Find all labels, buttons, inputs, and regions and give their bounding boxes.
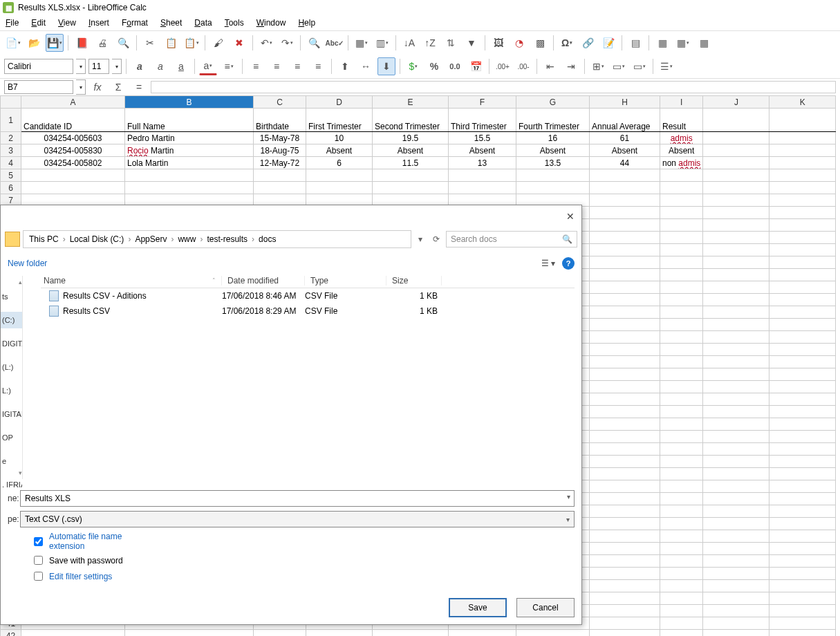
cell-J3[interactable] xyxy=(703,144,769,157)
cell-K11[interactable] xyxy=(769,244,836,256)
col-header-H[interactable]: H xyxy=(590,96,660,109)
sidebar-item[interactable]: L:) xyxy=(1,382,22,399)
menu-data[interactable]: Data xyxy=(194,18,212,28)
currency-button[interactable]: $ xyxy=(404,57,422,75)
col-header-K[interactable]: K xyxy=(769,96,836,109)
align-center-button[interactable]: ≡ xyxy=(268,57,286,75)
cell-G5[interactable] xyxy=(516,169,590,182)
cell-K28[interactable] xyxy=(769,456,836,468)
cell-I34[interactable] xyxy=(660,530,703,543)
cell-I5[interactable] xyxy=(660,169,703,182)
cell-G4[interactable]: 13.5 xyxy=(516,157,590,169)
cell-I33[interactable] xyxy=(660,518,703,530)
filetype-dropdown[interactable]: Text CSV (.csv) ▾ xyxy=(20,511,575,527)
breadcrumb-segment[interactable]: This PC xyxy=(29,234,59,244)
cell-I4[interactable]: non admis xyxy=(660,157,703,169)
cell-H6[interactable] xyxy=(590,182,660,194)
cell-H39[interactable] xyxy=(590,592,660,605)
cell-D2[interactable]: 10 xyxy=(306,132,373,144)
cell-H27[interactable] xyxy=(590,443,660,456)
cell-H16[interactable] xyxy=(590,306,660,319)
cell-J41[interactable] xyxy=(703,617,769,630)
cell-I35[interactable] xyxy=(660,543,703,555)
cell-I16[interactable] xyxy=(660,306,703,319)
cell-I19[interactable] xyxy=(660,344,703,356)
cell-K31[interactable] xyxy=(769,493,836,505)
cell-H18[interactable] xyxy=(590,331,660,344)
cell-K25[interactable] xyxy=(769,418,836,431)
cell-J6[interactable] xyxy=(703,182,769,194)
insert-pivot-button[interactable]: ▩ xyxy=(531,34,549,52)
cell-C1[interactable]: Birthdate xyxy=(254,109,306,132)
cell-J40[interactable] xyxy=(703,605,769,617)
cell-E5[interactable] xyxy=(373,169,449,182)
row-header-1[interactable]: 1 xyxy=(1,109,21,132)
cell-J23[interactable] xyxy=(703,393,769,406)
sidebar-item[interactable]: e xyxy=(1,453,22,469)
cell-C4[interactable]: 12-May-72 xyxy=(254,157,306,169)
font-size-input[interactable] xyxy=(88,59,109,74)
cell-H41[interactable] xyxy=(590,617,660,630)
cell-I13[interactable] xyxy=(660,269,703,281)
cell-H34[interactable] xyxy=(590,530,660,543)
cell-H36[interactable] xyxy=(590,555,660,568)
insert-chart-button[interactable]: ◔ xyxy=(510,34,528,52)
cell-J35[interactable] xyxy=(703,543,769,555)
insert-image-button[interactable]: 🖼 xyxy=(489,34,507,52)
cell-I41[interactable] xyxy=(660,617,703,630)
cell-K17[interactable] xyxy=(769,319,836,331)
spellcheck-button[interactable]: Abc✓ xyxy=(326,34,344,52)
cell-K29[interactable] xyxy=(769,468,836,480)
comment-button[interactable]: 📝 xyxy=(599,34,617,52)
cell-J22[interactable] xyxy=(703,381,769,393)
print-preview-button[interactable]: 🔍 xyxy=(114,34,132,52)
cell-J15[interactable] xyxy=(703,294,769,306)
search-input[interactable]: Search docs 🔍 xyxy=(446,231,577,247)
cell-I42[interactable] xyxy=(660,630,703,637)
cell-C6[interactable] xyxy=(254,182,306,194)
cell-H8[interactable] xyxy=(590,207,660,219)
sort-asc-button[interactable]: ↓A xyxy=(400,34,418,52)
cell-K24[interactable] xyxy=(769,406,836,418)
cell-J9[interactable] xyxy=(703,219,769,232)
print-button[interactable]: 🖨 xyxy=(93,34,111,52)
cell-D4[interactable]: 6 xyxy=(306,157,373,169)
cell-K23[interactable] xyxy=(769,393,836,406)
new-doc-button[interactable]: 📄 xyxy=(4,34,22,52)
menu-format[interactable]: Format xyxy=(122,18,148,28)
save-password-checkbox[interactable]: Save with password xyxy=(31,554,575,567)
menu-help[interactable]: Help xyxy=(298,18,315,28)
cell-A1[interactable]: Candidate ID xyxy=(21,109,125,132)
cell-I21[interactable] xyxy=(660,368,703,381)
new-folder-button[interactable]: New folder xyxy=(8,259,47,268)
cell-H4[interactable]: 44 xyxy=(590,157,660,169)
cell-K20[interactable] xyxy=(769,356,836,368)
cell-I10[interactable] xyxy=(660,232,703,244)
file-row[interactable]: Results CSV - Aditions 17/06/2018 8:46 A… xyxy=(41,288,575,303)
cell-I17[interactable] xyxy=(660,319,703,331)
cell-I8[interactable] xyxy=(660,207,703,219)
cell-I27[interactable] xyxy=(660,443,703,456)
cell-J19[interactable] xyxy=(703,344,769,356)
cell-K30[interactable] xyxy=(769,480,836,493)
cell-J31[interactable] xyxy=(703,493,769,505)
breadcrumb-segment[interactable]: AppServ xyxy=(135,234,167,244)
close-icon[interactable]: ✕ xyxy=(566,211,575,222)
cell-J16[interactable] xyxy=(703,306,769,319)
cell-K42[interactable] xyxy=(769,630,836,637)
cell-H12[interactable] xyxy=(590,256,660,269)
align-justify-button[interactable]: ≡ xyxy=(309,57,327,75)
function-wizard-button[interactable]: fx xyxy=(88,78,106,96)
cell-J36[interactable] xyxy=(703,555,769,568)
sidebar-item[interactable]: DIGITA xyxy=(1,335,22,352)
breadcrumb[interactable]: This PC›Local Disk (C:)›AppServ›www›test… xyxy=(23,230,411,248)
cell-H25[interactable] xyxy=(590,418,660,431)
valign-top-button[interactable]: ⬆ xyxy=(336,57,354,75)
cell-I25[interactable] xyxy=(660,418,703,431)
cell-H42[interactable] xyxy=(590,630,660,637)
cell-H5[interactable] xyxy=(590,169,660,182)
cell-J21[interactable] xyxy=(703,368,769,381)
row-header-2[interactable]: 2 xyxy=(1,132,21,144)
formula-input[interactable] xyxy=(151,81,836,93)
cell-K15[interactable] xyxy=(769,294,836,306)
